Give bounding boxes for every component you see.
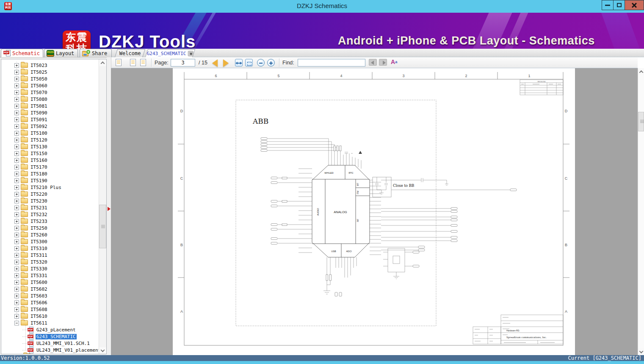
expand-toggle-icon[interactable]: [14, 300, 19, 305]
expand-toggle-icon[interactable]: [14, 104, 19, 108]
zoom-out-button[interactable]: [257, 59, 265, 67]
maximize-button[interactable]: [613, 0, 625, 10]
pdf-canvas[interactable]: 6 5 4 3 2 1 D C B A D C B A REVISIONS AB…: [111, 68, 638, 355]
tree-row[interactable]: IT5190: [1, 177, 100, 184]
tab-schematic[interactable]: PDF Schematic: [1, 49, 43, 57]
tree-scrollbar[interactable]: [99, 59, 106, 354]
expand-toggle-icon[interactable]: [14, 219, 19, 224]
expand-toggle-icon[interactable]: [14, 206, 19, 210]
expand-toggle-icon[interactable]: [14, 111, 19, 115]
expand-toggle-icon[interactable]: [14, 90, 19, 95]
expand-toggle-icon[interactable]: [14, 117, 19, 122]
minimize-button[interactable]: [602, 0, 614, 10]
tree-scrollbar-thumb[interactable]: [99, 205, 106, 248]
expand-toggle-icon[interactable]: [14, 287, 19, 292]
tree-row[interactable]: IT5330: [1, 265, 100, 272]
tree-row[interactable]: IT5023: [1, 62, 100, 69]
expand-toggle-icon[interactable]: [14, 273, 19, 278]
expand-toggle-icon[interactable]: [14, 307, 19, 312]
tree-row[interactable]: IT5231: [1, 204, 100, 211]
tab-share[interactable]: Share: [80, 49, 112, 57]
tree-row[interactable]: IT5092: [1, 123, 100, 130]
find-previous-button[interactable]: [369, 59, 377, 66]
tree-row[interactable]: IT5120: [1, 136, 100, 143]
expand-toggle-icon[interactable]: [14, 233, 19, 237]
find-next-button[interactable]: [379, 59, 387, 66]
tree-row[interactable]: IT5070: [1, 89, 100, 96]
tree-row[interactable]: IT5091: [1, 116, 100, 123]
tree-row[interactable]: IT5060: [1, 82, 100, 89]
tree-row[interactable]: IT5025: [1, 69, 100, 75]
tree-row[interactable]: IT5600: [1, 279, 100, 286]
tree-row[interactable]: IT5220: [1, 191, 100, 197]
tree-row[interactable]: IT5180: [1, 170, 100, 177]
tree-row[interactable]: IT5606: [1, 299, 100, 306]
tree-file-row[interactable]: PDF UL243_MMI_V01_placement: [1, 347, 100, 353]
expand-toggle-icon[interactable]: [14, 83, 19, 88]
next-view-button[interactable]: [140, 59, 146, 66]
expand-toggle-icon[interactable]: [14, 199, 19, 203]
tree-row[interactable]: IT5331: [1, 272, 100, 279]
tree-row[interactable]: IT5310: [1, 245, 100, 252]
expand-toggle-icon[interactable]: [14, 124, 19, 129]
page-number-input[interactable]: [171, 59, 195, 67]
tree-row[interactable]: IT5320: [1, 258, 100, 265]
doc-tab-welcome[interactable]: Welcome: [115, 49, 145, 57]
tree-row[interactable]: IT5090: [1, 109, 100, 116]
expand-toggle-icon[interactable]: [14, 280, 19, 285]
tree-row[interactable]: IT5150: [1, 150, 100, 157]
tree-row[interactable]: IT5608: [1, 306, 100, 313]
tree-file-row[interactable]: PDF G243_pLacement: [1, 326, 100, 333]
tree-row[interactable]: IT5210 Plus: [1, 184, 100, 191]
tree-row[interactable]: IT5100: [1, 130, 100, 136]
tab-layout[interactable]: PADS Layout: [44, 49, 78, 57]
tree-row[interactable]: IT5611: [1, 320, 100, 326]
previous-view-button[interactable]: [130, 59, 136, 66]
scroll-down-button[interactable]: [638, 348, 644, 355]
doc-tab-close-icon[interactable]: [188, 51, 193, 56]
file-tree[interactable]: IT5023 IT5025 IT5050: [1, 59, 107, 354]
expand-toggle-icon[interactable]: [14, 253, 19, 258]
expand-toggle-icon[interactable]: [14, 97, 19, 102]
scroll-down-button[interactable]: [99, 347, 106, 354]
scroll-up-button[interactable]: [99, 59, 106, 66]
tree-row[interactable]: IT5160: [1, 157, 100, 164]
tree-row[interactable]: IT5250: [1, 225, 100, 231]
expand-toggle-icon[interactable]: [14, 239, 19, 244]
tree-row[interactable]: IT5232: [1, 211, 100, 218]
tree-row[interactable]: IT5081: [1, 103, 100, 109]
panel-splitter[interactable]: [107, 57, 111, 355]
expand-toggle-icon[interactable]: [14, 131, 19, 136]
tree-row[interactable]: IT5233: [1, 218, 100, 225]
tree-row[interactable]: IT5311: [1, 252, 100, 258]
expand-toggle-icon[interactable]: [14, 246, 19, 251]
font-size-button[interactable]: Aa: [391, 58, 397, 65]
expand-toggle-icon[interactable]: [14, 267, 19, 271]
expand-toggle-icon[interactable]: [14, 192, 19, 197]
pdf-vertical-scrollbar[interactable]: [638, 68, 644, 355]
pdf-scrollbar-thumb[interactable]: [638, 112, 644, 131]
expand-toggle-icon[interactable]: [14, 321, 19, 325]
fit-page-button[interactable]: [245, 59, 253, 67]
tree-row[interactable]: IT5170: [1, 164, 100, 170]
tree-row[interactable]: IT5603: [1, 292, 100, 299]
fit-width-button[interactable]: [235, 59, 243, 67]
tree-row[interactable]: IT5050: [1, 75, 100, 82]
close-button[interactable]: [625, 0, 644, 10]
tree-row[interactable]: IT5130: [1, 143, 100, 150]
tree-row[interactable]: IT5610: [1, 313, 100, 320]
snapshot-button[interactable]: [116, 59, 122, 66]
expand-toggle-icon[interactable]: [14, 151, 19, 156]
expand-toggle-icon[interactable]: [14, 158, 19, 163]
expand-toggle-icon[interactable]: [14, 185, 19, 190]
tree-row[interactable]: IT5080: [1, 96, 100, 103]
next-page-button[interactable]: [223, 59, 229, 67]
tree-file-row[interactable]: PDF UL243_MMI_V01.SCH.1: [1, 340, 100, 347]
expand-toggle-icon[interactable]: [14, 144, 19, 149]
tree-row[interactable]: IT5230: [1, 197, 100, 204]
expand-toggle-icon[interactable]: [14, 77, 19, 81]
previous-page-button[interactable]: [212, 59, 218, 67]
tree-file-row[interactable]: PDF G243_SCHEMATIC: [1, 333, 100, 340]
expand-toggle-icon[interactable]: [14, 314, 19, 319]
tree-row[interactable]: IT5260: [1, 231, 100, 238]
